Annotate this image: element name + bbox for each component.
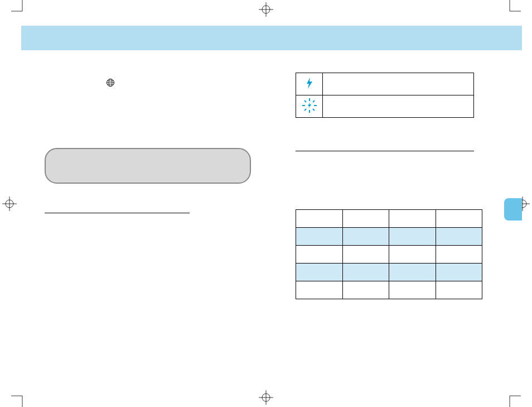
flash-icon-cell — [296, 73, 323, 95]
range-table — [296, 209, 482, 299]
flash-mode-table — [296, 73, 474, 118]
table-row — [296, 228, 482, 246]
header-cell — [389, 210, 436, 228]
registration-mark-left — [1, 195, 18, 212]
registration-mark-bottom — [258, 389, 274, 406]
svg-line-30 — [313, 100, 315, 102]
slow-sync-icon-cell — [296, 95, 323, 118]
crop-mark-br — [504, 390, 521, 407]
table-row — [296, 246, 482, 264]
svg-line-27 — [304, 100, 306, 102]
registration-mark-top — [258, 1, 274, 18]
flash-label-cell — [323, 73, 474, 95]
table-row — [296, 281, 482, 299]
right-column — [296, 73, 482, 118]
header-cell — [342, 210, 389, 228]
section-underline-right — [296, 151, 474, 151]
globe-icon — [106, 78, 115, 89]
side-thumb-tab — [504, 198, 522, 221]
header-cell — [296, 210, 343, 228]
section-underline — [45, 212, 190, 213]
flash-icon — [304, 76, 315, 90]
header-band — [21, 26, 522, 50]
slow-sync-label-cell — [323, 95, 474, 118]
table-row — [296, 73, 474, 95]
svg-line-28 — [313, 109, 315, 111]
header-cell — [436, 210, 482, 228]
note-callout-box — [45, 148, 251, 184]
slow-sync-icon — [301, 97, 318, 114]
svg-line-29 — [304, 109, 306, 111]
crop-mark-tl — [11, 0, 28, 17]
crop-mark-tr — [504, 0, 521, 17]
table-row — [296, 264, 482, 281]
crop-mark-bl — [11, 390, 28, 407]
table-row — [296, 95, 474, 118]
table-header-row — [296, 210, 482, 228]
